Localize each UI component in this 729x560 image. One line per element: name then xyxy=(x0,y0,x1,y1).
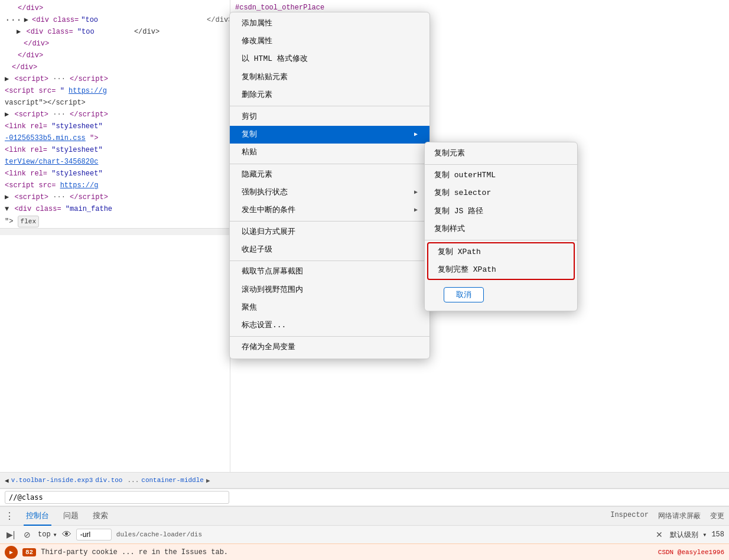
separator-3 xyxy=(230,221,429,222)
link-rel-2: "stylesheet" xyxy=(51,146,102,154)
dots-3: ··· xyxy=(53,193,66,201)
menu-add-attr[interactable]: 添加属性 xyxy=(230,15,429,32)
breadcrumb-item-1[interactable]: v.toolbar-inside.exp3 xyxy=(11,477,93,484)
url-filter-input[interactable] xyxy=(76,529,112,541)
div-end-right-2: </div> xyxy=(134,28,160,36)
html-line-3: </div> xyxy=(0,38,230,50)
menu-force-state[interactable]: 强制执行状态 ▶ xyxy=(230,184,429,201)
menu-break-condition[interactable]: 发生中断的条件 ▶ xyxy=(230,201,429,219)
html-line-4: </div> xyxy=(0,50,230,61)
link-url-1[interactable]: -01256533b5.min.css xyxy=(5,134,86,142)
breadcrumb-container-middle[interactable]: container-middle xyxy=(141,477,204,484)
div-main-close: "> xyxy=(5,217,18,226)
cancel-filter-button[interactable]: ⊘ xyxy=(21,529,33,541)
tab-search[interactable]: 搜索 xyxy=(90,507,110,526)
html-line-5: </div> xyxy=(0,61,230,73)
html-line-flex: "> flex xyxy=(0,215,230,228)
close-cache-button[interactable]: ✕ xyxy=(653,529,665,541)
menu-html-format[interactable]: 以 HTML 格式修改 xyxy=(230,50,429,68)
breadcrumb-separator: ... xyxy=(127,477,139,484)
submenu-copy-outerhtml[interactable]: 复制 outerHTML xyxy=(425,167,577,184)
tab-more-icon[interactable]: ⋮ xyxy=(5,510,14,522)
submenu-copy-xpath[interactable]: 复制 XPath xyxy=(428,243,574,261)
submenu-copy-element[interactable]: 复制元素 xyxy=(425,145,577,162)
menu-screenshot[interactable]: 截取节点屏幕截图 xyxy=(230,263,429,281)
changes-tab[interactable]: 变更 xyxy=(710,511,724,521)
breadcrumb-left-arrow[interactable]: ◀ xyxy=(5,477,9,484)
horizontal-scrollbar[interactable] xyxy=(0,228,230,235)
link-tag-1: <link rel= xyxy=(5,122,47,131)
css-selector-1: #csdn_tool_otherPlace xyxy=(235,4,324,12)
menu-copy[interactable]: 复制 ▶ xyxy=(230,126,429,144)
script-link-4[interactable]: https://g xyxy=(60,181,99,190)
network-tab[interactable]: 网络请求屏蔽 xyxy=(658,511,701,521)
script-continuation: vascript"></script> xyxy=(5,99,86,107)
submenu-copy-jspath[interactable]: 复制 JS 路径 xyxy=(425,203,577,220)
html-panel: </div> ··· ▶ <div class= "too </div> == … xyxy=(0,0,230,472)
block-button[interactable]: ▶| xyxy=(5,529,17,541)
level-dropdown[interactable]: 默认级别 ▾ xyxy=(670,530,707,540)
menu-collapse-children[interactable]: 收起子级 xyxy=(230,241,429,259)
menu-cut[interactable]: 剪切 xyxy=(230,108,429,126)
script-tag-2: <script src= xyxy=(5,87,56,95)
breadcrumb-item-2[interactable]: div.too xyxy=(95,477,122,484)
eye-icon[interactable]: 👁 xyxy=(62,529,71,541)
triangle-icon[interactable]: ▶ xyxy=(24,15,28,25)
triangle-main[interactable]: ▼ xyxy=(5,205,9,213)
more-icon[interactable]: ··· xyxy=(5,15,22,25)
submenu-copy-full-xpath[interactable]: 复制完整 XPath xyxy=(428,261,574,279)
submenu-sep-1 xyxy=(425,164,577,165)
menu-focus[interactable]: 聚焦 xyxy=(230,299,429,317)
menu-expand-recursive[interactable]: 以递归方式展开 xyxy=(230,223,429,241)
separator-1 xyxy=(230,106,429,106)
inspector-tab[interactable]: Inspector xyxy=(610,511,649,521)
html-line-link1: <link rel= "stylesheet" xyxy=(0,121,230,132)
link-rel-1: "stylesheet" xyxy=(51,122,102,131)
error-bar: ▶ 82 Third-party cookie ... re in the Is… xyxy=(0,543,729,560)
link-tag-3: <link rel= xyxy=(5,170,47,178)
flex-badge: flex xyxy=(18,216,39,227)
cancel-button[interactable]: 取消 xyxy=(444,287,484,302)
search-input[interactable] xyxy=(5,491,229,504)
html-line-script1: ▶ <script> ··· </script> xyxy=(0,73,230,85)
triangle-script2[interactable]: ▶ xyxy=(5,110,9,119)
html-line-script2: <script src= " https://g xyxy=(0,85,230,97)
script-link-2[interactable]: https://g xyxy=(69,87,107,95)
submenu-copy-selector[interactable]: 复制 selector xyxy=(425,184,577,202)
tag-4: </div> xyxy=(18,51,43,60)
breadcrumb-bar: ◀ v.toolbar-inside.exp3 div.too ... cont… xyxy=(0,472,729,489)
console-toolbar: ▶| ⊘ top ▾ 👁 dules/cache-loader/dis ✕ 默认… xyxy=(0,526,729,543)
menu-modify-attr[interactable]: 修改属性 xyxy=(230,32,429,50)
level-arrow: ▾ xyxy=(702,531,707,539)
menu-hide[interactable]: 隐藏元素 xyxy=(230,166,429,184)
cancel-filter-icon: ⊘ xyxy=(24,530,31,539)
tab-issues[interactable]: 问题 xyxy=(61,507,81,526)
html-line-2: ▶ <div class= "too </div> xyxy=(0,26,230,38)
menu-copy-paste[interactable]: 复制粘贴元素 xyxy=(230,69,429,86)
tab-console[interactable]: 控制台 xyxy=(24,507,51,526)
triangle-script1[interactable]: ▶ xyxy=(5,75,9,83)
html-tag-2: <div class= xyxy=(26,28,73,36)
menu-scroll-view[interactable]: 滚动到视野范围内 xyxy=(230,281,429,299)
menu-flag-settings[interactable]: 标志设置... xyxy=(230,317,429,334)
html-line: </div> xyxy=(0,2,230,14)
triangle-icon-2[interactable]: ▶ xyxy=(17,28,21,36)
submenu-copy-styles[interactable]: 复制样式 xyxy=(425,220,577,238)
html-val: "too xyxy=(81,15,98,25)
top-dropdown[interactable]: top ▾ xyxy=(38,530,57,539)
csdn-logo: CSDN @easylee1996 xyxy=(658,549,724,556)
devtools-container: </div> ··· ▶ <div class= "too </div> == … xyxy=(0,0,729,472)
triangle-script3[interactable]: ▶ xyxy=(5,193,9,201)
dots-2: ··· xyxy=(53,110,66,119)
menu-delete[interactable]: 删除元素 xyxy=(230,86,429,104)
html-val-2: "too xyxy=(77,28,95,36)
error-ellipsis: ... xyxy=(122,548,135,556)
dots-1: ··· xyxy=(53,75,66,83)
menu-store-global[interactable]: 存储为全局变量 xyxy=(230,338,429,356)
link-url-2[interactable]: terView/chart-3456820c xyxy=(5,158,98,166)
tag-close: </div> xyxy=(18,4,43,12)
script-close-1: </script> xyxy=(70,75,108,83)
menu-paste[interactable]: 粘贴 xyxy=(230,144,429,161)
div-main-val: "main_fathe xyxy=(66,205,112,213)
script-close-3: </script> xyxy=(70,110,108,119)
